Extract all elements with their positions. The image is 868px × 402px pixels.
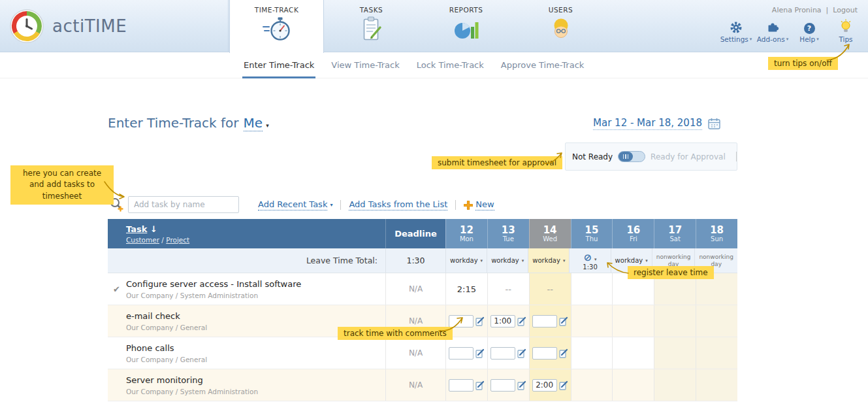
comment-edit-icon[interactable] xyxy=(475,348,485,358)
user-divider: | xyxy=(826,6,829,14)
deadline-value: N/A xyxy=(385,369,445,401)
day-header-mon: 12Mon xyxy=(445,219,487,248)
chevron-down-icon: ▾ xyxy=(522,258,524,263)
time-value-wed: -- xyxy=(529,273,571,305)
chevron-down-icon: ▾ xyxy=(594,257,597,262)
task-name: e-mail check xyxy=(126,311,207,321)
calendar-icon[interactable] xyxy=(708,118,720,129)
tab-users[interactable]: USERS xyxy=(513,0,608,52)
tooltip-arrow xyxy=(606,259,632,277)
settings-button[interactable]: Settings▾ xyxy=(718,19,754,43)
help-icon: ? xyxy=(804,23,815,34)
task-column-header: Task ↓ Customer / Project xyxy=(108,219,385,248)
time-value-tue: -- xyxy=(487,273,529,305)
time-input-tue[interactable] xyxy=(490,315,515,327)
main-nav: TIME-TRACK TASKS xyxy=(229,0,608,53)
divider xyxy=(455,200,456,210)
comment-edit-icon[interactable] xyxy=(517,348,526,358)
sort-down-icon: ↓ xyxy=(150,224,157,234)
divider xyxy=(736,152,737,161)
task-path: Our Company / General xyxy=(126,356,207,363)
time-input-wed[interactable] xyxy=(532,379,557,392)
chevron-down-icon: ▾ xyxy=(481,258,483,263)
time-input-mon[interactable] xyxy=(449,379,474,392)
tooltip-arrow xyxy=(824,39,857,64)
subnav-view-time-track[interactable]: View Time-Track xyxy=(330,53,400,78)
task-links: Add Recent Task ▾ Add Tasks from the Lis… xyxy=(258,199,494,210)
deadline-column-header: Deadline xyxy=(385,219,445,248)
tab-time-track[interactable]: TIME-TRACK xyxy=(229,0,324,53)
leave-time-total-value: 1:30 xyxy=(385,248,445,273)
no-entry-icon: ⊘ xyxy=(583,252,592,263)
time-track-subnav: Enter Time-Track View Time-Track Lock Ti… xyxy=(0,53,868,78)
daytype-select-tue[interactable]: workday▾ xyxy=(487,248,528,273)
new-task-link[interactable]: New xyxy=(464,199,494,210)
customer-sort-link[interactable]: Customer xyxy=(126,236,159,244)
add-task-input[interactable] xyxy=(128,196,239,213)
task-path: Our Company / General xyxy=(126,324,207,331)
lightbulb-icon xyxy=(839,19,852,34)
time-input-tue[interactable] xyxy=(490,347,515,360)
subnav-lock-time-track[interactable]: Lock Time-Track xyxy=(415,53,485,78)
comment-edit-icon[interactable] xyxy=(559,380,568,390)
leave-time-total-label: Leave Time Total: xyxy=(108,248,385,273)
comment-edit-icon[interactable] xyxy=(559,316,568,326)
plus-icon xyxy=(464,201,473,210)
date-range-picker: Mar 12 - Mar 18, 2018 xyxy=(593,117,720,130)
page-title: Enter Time-Track for Me ▾ xyxy=(108,115,269,131)
project-sort-link[interactable]: Project xyxy=(166,236,189,244)
comment-edit-icon[interactable] xyxy=(517,380,526,390)
comment-edit-icon[interactable] xyxy=(517,316,526,326)
day-header-thu: 15Thu xyxy=(571,219,613,248)
task-name: Server monitoring xyxy=(126,375,258,385)
tooltip-arrow xyxy=(102,178,129,201)
chevron-down-icon: ▾ xyxy=(816,37,819,42)
time-input-wed[interactable] xyxy=(532,347,557,360)
task-name: Phone calls xyxy=(126,343,207,353)
subnav-enter-time-track[interactable]: Enter Time-Track xyxy=(242,53,315,78)
add-recent-task-link[interactable]: Add Recent Task ▾ xyxy=(258,199,332,210)
not-ready-label: Not Ready xyxy=(572,152,613,161)
toggle-knob xyxy=(619,152,633,161)
chevron-down-icon: ▾ xyxy=(645,258,648,263)
daytype-select-wed[interactable]: workday▾ xyxy=(528,248,569,273)
comment-edit-icon[interactable] xyxy=(559,348,568,358)
ready-for-approval-label: Ready for Approval xyxy=(651,152,726,161)
tooltip-create-tasks: here you can create and add tasks to tim… xyxy=(10,165,114,205)
day-header-sat: 17Sat xyxy=(654,219,696,248)
logout-link[interactable]: Logout xyxy=(833,6,858,14)
table-row: Phone calls Our Company / General N/A xyxy=(108,337,737,369)
logo-text: actiTIME xyxy=(52,16,127,36)
clock-logo-icon xyxy=(9,8,44,44)
user-selector[interactable]: Me xyxy=(244,115,263,131)
tooltip-track-time: track time with comments xyxy=(338,327,453,340)
add-tasks-from-list-link[interactable]: Add Tasks from the List xyxy=(349,199,447,210)
gear-icon xyxy=(730,21,743,34)
time-input-tue[interactable] xyxy=(490,379,515,392)
daytype-select-mon[interactable]: workday▾ xyxy=(445,248,487,273)
logo[interactable]: actiTIME xyxy=(0,0,229,52)
puzzle-icon xyxy=(766,21,779,34)
time-input-wed[interactable] xyxy=(532,315,557,327)
deadline-value: N/A xyxy=(385,337,445,369)
date-range[interactable]: Mar 12 - Mar 18, 2018 xyxy=(593,117,702,130)
day-header-wed-today: 14Wed xyxy=(529,219,571,248)
comment-edit-icon[interactable] xyxy=(475,380,485,390)
comment-edit-icon[interactable] xyxy=(475,316,485,326)
time-input-mon[interactable] xyxy=(449,347,474,360)
approval-toggle[interactable] xyxy=(618,151,645,162)
timesheet-table: Task ↓ Customer / Project Deadline 12Mon… xyxy=(108,219,737,401)
help-button[interactable]: ? Help▾ xyxy=(791,19,828,43)
tooltip-arrow xyxy=(436,312,466,336)
add-ons-button[interactable]: Add-ons▾ xyxy=(754,19,791,43)
table-header-row: Task ↓ Customer / Project Deadline 12Mon… xyxy=(108,219,737,248)
leave-time-select-thu[interactable]: ⊘▾ 1:30 xyxy=(569,248,610,273)
tab-reports[interactable]: REPORTS xyxy=(419,0,513,52)
tooltip-arrow xyxy=(542,146,567,169)
task-sort-link[interactable]: Task xyxy=(126,224,147,234)
chevron-down-icon: ▾ xyxy=(266,122,269,129)
table-row: Server monitoring Our Company / System A… xyxy=(108,369,737,401)
subnav-approve-time-track[interactable]: Approve Time-Track xyxy=(500,53,586,78)
chart-icon xyxy=(453,16,480,43)
tab-tasks[interactable]: TASKS xyxy=(324,0,419,52)
